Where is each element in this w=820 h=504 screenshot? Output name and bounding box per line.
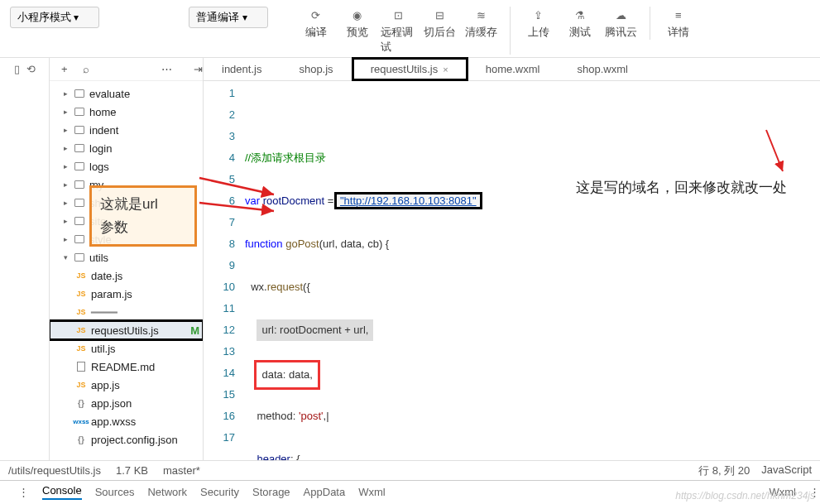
folder-evaluate[interactable]: ▸evaluate bbox=[50, 84, 203, 103]
file-app-json[interactable]: {}app.json bbox=[50, 394, 203, 412]
collapse-icon[interactable]: ⇥ bbox=[194, 63, 203, 75]
tab-shop-wxml[interactable]: shop.wxml bbox=[559, 58, 646, 80]
status-language[interactable]: JavaScript bbox=[761, 463, 812, 478]
devtools-wxml[interactable]: Wxml bbox=[358, 486, 386, 498]
folder-home[interactable]: ▸home bbox=[50, 103, 203, 121]
rotate-icon[interactable]: ⟲ bbox=[26, 63, 36, 460]
tab-indent-js[interactable]: indent.js bbox=[204, 58, 281, 80]
file-explorer: + ⌕ ⋯ ⇥ ▸evaluate ▸home ▸indent ▸login ▸… bbox=[50, 58, 204, 460]
stack-icon: ≋ bbox=[473, 7, 490, 23]
status-cursor-pos: 行 8, 列 20 bbox=[698, 463, 750, 478]
remote-debug-button[interactable]: ⊡远程调试 bbox=[381, 7, 417, 55]
top-toolbar: 小程序模式 ▾ 普通编译 ▾ ⟳编译 ◉预览 ⊡远程调试 ⊟切后台 ≋清缓存 ⇪… bbox=[0, 0, 820, 58]
devtools-appdata[interactable]: AppData bbox=[304, 486, 346, 498]
refresh-icon: ⟳ bbox=[308, 7, 324, 23]
tab-requestutils-js[interactable]: requestUtils.js× bbox=[352, 58, 468, 80]
tab-shop-js[interactable]: shop.js bbox=[281, 58, 352, 80]
annotation-url-param: 这就是url 参数 bbox=[89, 185, 197, 247]
editor-tabs: indent.js shop.js requestUtils.js× home.… bbox=[204, 58, 820, 81]
compile-select[interactable]: 普通编译 ▾ bbox=[189, 7, 267, 28]
background-button[interactable]: ⊟切后台 bbox=[422, 7, 458, 55]
file-param-js[interactable]: JSparam.js bbox=[50, 285, 203, 303]
bug-icon: ⊡ bbox=[391, 7, 407, 23]
status-path: /utils/requestUtils.js bbox=[8, 464, 101, 477]
folder-indent[interactable]: ▸indent bbox=[50, 121, 203, 139]
devtools-storage[interactable]: Storage bbox=[252, 486, 290, 498]
devtools-network[interactable]: Network bbox=[147, 486, 187, 498]
file-app-js[interactable]: JSapp.js bbox=[50, 376, 203, 394]
detail-button[interactable]: ≡详情 bbox=[660, 7, 697, 40]
status-bar: /utils/requestUtils.js 1.7 KB master* 行 … bbox=[0, 460, 820, 480]
devtools-more-icon[interactable]: ⋮ bbox=[18, 486, 29, 498]
tab-home-wxml[interactable]: home.wxml bbox=[468, 58, 559, 80]
file-hidden-js[interactable]: JS━━━━ bbox=[50, 303, 203, 321]
status-size: 1.7 KB bbox=[116, 464, 148, 477]
add-file-icon[interactable]: + bbox=[61, 63, 68, 75]
cloud-button[interactable]: ☁腾讯云 bbox=[603, 7, 640, 40]
file-requestutils-js[interactable]: JSrequestUtils.jsM bbox=[50, 321, 203, 339]
flask-icon: ⚗ bbox=[572, 7, 588, 23]
switch-icon: ⊟ bbox=[432, 7, 448, 23]
left-gutter: ▯ ⟲ bbox=[0, 58, 50, 460]
file-util-js[interactable]: JSutil.js bbox=[50, 339, 203, 358]
devtools-console[interactable]: Console bbox=[42, 484, 82, 500]
code-editor[interactable]: 1234567891011121314151617 //添加请求根目录 var … bbox=[204, 81, 820, 460]
upload-icon: ⇪ bbox=[530, 7, 547, 23]
test-button[interactable]: ⚗测试 bbox=[562, 7, 598, 40]
preview-button[interactable]: ◉预览 bbox=[339, 7, 376, 55]
file-date-js[interactable]: JSdate.js bbox=[50, 266, 203, 285]
device-icon[interactable]: ▯ bbox=[14, 63, 20, 460]
status-branch[interactable]: master* bbox=[163, 464, 200, 477]
devtools-sources[interactable]: Sources bbox=[95, 486, 135, 498]
close-icon[interactable]: × bbox=[443, 65, 448, 74]
file-app-wxss[interactable]: wxssapp.wxss bbox=[50, 412, 203, 430]
file-readme[interactable]: README.md bbox=[50, 358, 203, 376]
eye-icon: ◉ bbox=[349, 7, 366, 23]
editor-pane: indent.js shop.js requestUtils.js× home.… bbox=[204, 58, 820, 460]
clear-cache-button[interactable]: ≋清缓存 bbox=[463, 7, 500, 55]
code-content[interactable]: //添加请求根目录 var rootDocment = "http://192.… bbox=[245, 81, 820, 460]
folder-login[interactable]: ▸login bbox=[50, 139, 203, 157]
file-project-config[interactable]: {}project.config.json bbox=[50, 430, 203, 449]
file-tree: ▸evaluate ▸home ▸indent ▸login ▸logs ▸my… bbox=[50, 81, 203, 449]
watermark: https://blog.csdn.net/hknm234js bbox=[675, 490, 815, 502]
folder-logs[interactable]: ▸logs bbox=[50, 157, 203, 175]
more-icon[interactable]: ⋯ bbox=[161, 63, 172, 75]
menu-icon: ≡ bbox=[670, 7, 687, 23]
folder-utils[interactable]: ▾utils bbox=[50, 248, 203, 266]
cloud-icon: ☁ bbox=[613, 7, 630, 23]
mode-select[interactable]: 小程序模式 ▾ bbox=[10, 7, 99, 28]
search-icon[interactable]: ⌕ bbox=[83, 63, 89, 75]
upload-button[interactable]: ⇪上传 bbox=[520, 7, 557, 40]
line-numbers: 1234567891011121314151617 bbox=[204, 81, 245, 460]
devtools-security[interactable]: Security bbox=[200, 486, 239, 498]
annotation-domain-note: 这是写的域名，回来修改就改一处 bbox=[576, 177, 808, 199]
compile-button[interactable]: ⟳编译 bbox=[298, 7, 334, 55]
